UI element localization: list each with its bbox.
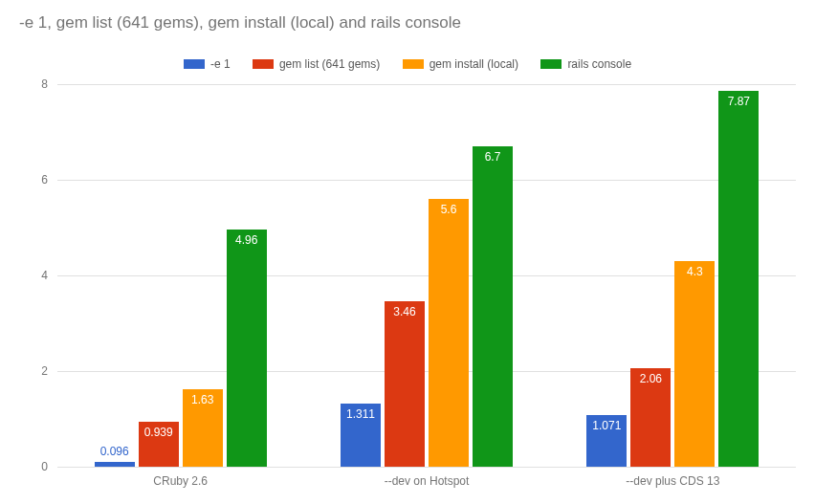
bar: 5.6 [429,199,469,467]
legend-swatch [403,59,424,69]
bar: 2.06 [630,368,671,467]
x-tick-label: CRuby 2.6 [153,474,208,488]
chart-title: -e 1, gem list (641 gems), gem install (… [19,13,461,33]
bar: 7.87 [718,91,759,468]
plot-area: 024680.0960.9391.634.96CRuby 2.61.3113.4… [57,84,796,467]
legend-swatch [253,59,274,69]
y-tick-label: 6 [19,173,48,186]
y-tick-label: 0 [19,460,48,473]
legend-swatch [540,59,562,69]
bar-value-label: 4.3 [687,265,703,278]
bar-value-label: 2.06 [640,372,662,385]
legend-item: gem install (local) [403,57,518,71]
bar: 1.311 [341,404,381,467]
bar: 1.63 [183,389,223,468]
bar-value-label: 0.096 [100,445,129,458]
legend-label: gem list (641 gems) [279,57,380,71]
bar-value-label: 0.939 [144,426,173,439]
legend: -e 1 gem list (641 gems) gem install (lo… [0,57,815,72]
bar: 1.071 [586,415,627,467]
y-tick-label: 4 [19,269,48,282]
x-tick-label: --dev plus CDS 13 [626,474,719,488]
bar-value-label: 6.7 [485,150,501,164]
bar: 4.96 [227,230,267,467]
bar: 0.096 [95,462,135,467]
grid-line [57,180,796,181]
grid-line [57,467,796,468]
bar: 0.939 [139,422,179,467]
x-tick-label: --dev on Hotspot [385,474,470,488]
bar-value-label: 5.6 [441,203,457,216]
legend-item: -e 1 [184,57,231,71]
bar: 6.7 [473,146,513,467]
y-tick-label: 2 [19,364,48,378]
legend-item: gem list (641 gems) [253,57,380,71]
legend-label: gem install (local) [430,57,518,71]
bar-value-label: 1.071 [592,419,621,432]
bar-value-label: 7.87 [728,95,750,108]
bar-value-label: 3.46 [393,305,415,318]
chart-container: -e 1, gem list (641 gems), gem install (… [0,0,815,504]
legend-label: -e 1 [210,57,231,71]
legend-label: rails console [567,57,631,71]
bar: 4.3 [674,261,715,467]
y-tick-label: 8 [19,77,48,91]
legend-item: rails console [540,57,631,71]
bar-value-label: 4.96 [235,233,257,247]
grid-line [57,84,796,85]
legend-swatch [184,59,205,69]
bar-value-label: 1.63 [191,393,213,406]
bar: 3.46 [385,301,425,467]
bar-value-label: 1.311 [346,407,375,421]
